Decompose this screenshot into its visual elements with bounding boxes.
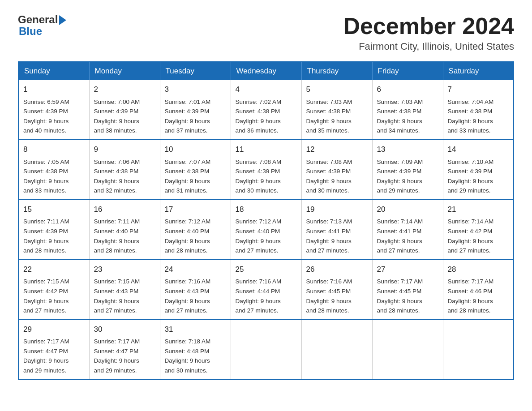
weekday-header-tuesday: Tuesday: [160, 62, 231, 80]
day-number: 1: [23, 84, 85, 95]
day-info: Sunrise: 7:11 AMSunset: 4:40 PMDaylight:…: [94, 218, 140, 254]
calendar-day-cell: 17Sunrise: 7:12 AMSunset: 4:40 PMDayligh…: [160, 200, 231, 260]
day-number: 7: [448, 84, 509, 95]
day-number: 6: [377, 84, 438, 95]
weekday-header-friday: Friday: [372, 62, 443, 80]
day-info: Sunrise: 7:17 AMSunset: 4:47 PMDaylight:…: [94, 338, 140, 374]
calendar-day-cell: 8Sunrise: 7:05 AMSunset: 4:38 PMDaylight…: [18, 140, 89, 200]
location-subtitle: Fairmont City, Illinois, United States: [343, 41, 514, 52]
calendar-day-cell: [443, 320, 514, 380]
logo-arrow-icon: [59, 15, 66, 25]
day-number: 24: [165, 264, 226, 275]
calendar-day-cell: 11Sunrise: 7:08 AMSunset: 4:39 PMDayligh…: [231, 140, 301, 200]
day-info: Sunrise: 7:08 AMSunset: 4:39 PMDaylight:…: [306, 158, 352, 194]
calendar-day-cell: 13Sunrise: 7:09 AMSunset: 4:39 PMDayligh…: [372, 140, 443, 200]
day-info: Sunrise: 7:07 AMSunset: 4:38 PMDaylight:…: [165, 158, 211, 194]
weekday-header-row: SundayMondayTuesdayWednesdayThursdayFrid…: [18, 62, 514, 80]
day-info: Sunrise: 7:05 AMSunset: 4:38 PMDaylight:…: [23, 158, 69, 194]
calendar-day-cell: [372, 320, 443, 380]
day-number: 19: [306, 204, 368, 215]
day-number: 9: [94, 144, 155, 155]
day-number: 18: [236, 204, 297, 215]
day-info: Sunrise: 7:17 AMSunset: 4:46 PMDaylight:…: [448, 278, 494, 314]
calendar-day-cell: 21Sunrise: 7:14 AMSunset: 4:42 PMDayligh…: [443, 200, 514, 260]
day-info: Sunrise: 7:03 AMSunset: 4:38 PMDaylight:…: [377, 98, 423, 134]
day-info: Sunrise: 7:18 AMSunset: 4:48 PMDaylight:…: [165, 338, 211, 374]
day-info: Sunrise: 7:16 AMSunset: 4:45 PMDaylight:…: [306, 278, 352, 314]
calendar-day-cell: 24Sunrise: 7:16 AMSunset: 4:43 PMDayligh…: [160, 260, 231, 320]
calendar-title-area: December 2024 Fairmont City, Illinois, U…: [343, 13, 514, 52]
calendar-day-cell: 20Sunrise: 7:14 AMSunset: 4:41 PMDayligh…: [372, 200, 443, 260]
day-info: Sunrise: 7:14 AMSunset: 4:42 PMDaylight:…: [448, 218, 494, 254]
calendar-day-cell: 30Sunrise: 7:17 AMSunset: 4:47 PMDayligh…: [89, 320, 160, 380]
day-number: 22: [23, 264, 85, 275]
day-number: 31: [165, 324, 226, 335]
day-info: Sunrise: 7:09 AMSunset: 4:39 PMDaylight:…: [377, 158, 423, 194]
day-info: Sunrise: 7:15 AMSunset: 4:42 PMDaylight:…: [23, 278, 69, 314]
weekday-header-sunday: Sunday: [18, 62, 89, 80]
calendar-day-cell: 25Sunrise: 7:16 AMSunset: 4:44 PMDayligh…: [231, 260, 301, 320]
day-number: 3: [165, 84, 226, 95]
calendar-day-cell: 28Sunrise: 7:17 AMSunset: 4:46 PMDayligh…: [443, 260, 514, 320]
day-info: Sunrise: 7:06 AMSunset: 4:38 PMDaylight:…: [94, 158, 140, 194]
day-info: Sunrise: 7:17 AMSunset: 4:45 PMDaylight:…: [377, 278, 423, 314]
day-number: 8: [23, 144, 85, 155]
day-info: Sunrise: 7:08 AMSunset: 4:39 PMDaylight:…: [236, 158, 282, 194]
calendar-day-cell: 27Sunrise: 7:17 AMSunset: 4:45 PMDayligh…: [372, 260, 443, 320]
weekday-header-saturday: Saturday: [443, 62, 514, 80]
day-info: Sunrise: 7:16 AMSunset: 4:44 PMDaylight:…: [236, 278, 282, 314]
calendar-week-row: 8Sunrise: 7:05 AMSunset: 4:38 PMDaylight…: [18, 140, 514, 200]
calendar-day-cell: 26Sunrise: 7:16 AMSunset: 4:45 PMDayligh…: [301, 260, 372, 320]
calendar-day-cell: 7Sunrise: 7:04 AMSunset: 4:38 PMDaylight…: [443, 80, 514, 140]
calendar-day-cell: [301, 320, 372, 380]
calendar-day-cell: 31Sunrise: 7:18 AMSunset: 4:48 PMDayligh…: [160, 320, 231, 380]
calendar-table: SundayMondayTuesdayWednesdayThursdayFrid…: [18, 61, 514, 380]
day-number: 2: [94, 84, 155, 95]
day-info: Sunrise: 6:59 AMSunset: 4:39 PMDaylight:…: [23, 98, 69, 134]
calendar-day-cell: 16Sunrise: 7:11 AMSunset: 4:40 PMDayligh…: [89, 200, 160, 260]
weekday-header-monday: Monday: [89, 62, 160, 80]
day-number: 4: [236, 84, 297, 95]
calendar-day-cell: 6Sunrise: 7:03 AMSunset: 4:38 PMDaylight…: [372, 80, 443, 140]
page-header: General Blue December 2024 Fairmont City…: [18, 13, 514, 52]
day-info: Sunrise: 7:16 AMSunset: 4:43 PMDaylight:…: [165, 278, 211, 314]
day-number: 17: [165, 204, 226, 215]
day-number: 30: [94, 324, 155, 335]
calendar-day-cell: 29Sunrise: 7:17 AMSunset: 4:47 PMDayligh…: [18, 320, 89, 380]
calendar-week-row: 22Sunrise: 7:15 AMSunset: 4:42 PMDayligh…: [18, 260, 514, 320]
day-number: 5: [306, 84, 368, 95]
day-info: Sunrise: 7:14 AMSunset: 4:41 PMDaylight:…: [377, 218, 423, 254]
day-number: 20: [377, 204, 438, 215]
month-title: December 2024: [343, 13, 514, 39]
day-info: Sunrise: 7:12 AMSunset: 4:40 PMDaylight:…: [236, 218, 282, 254]
calendar-day-cell: 10Sunrise: 7:07 AMSunset: 4:38 PMDayligh…: [160, 140, 231, 200]
day-number: 28: [448, 264, 509, 275]
calendar-day-cell: 9Sunrise: 7:06 AMSunset: 4:38 PMDaylight…: [89, 140, 160, 200]
calendar-week-row: 15Sunrise: 7:11 AMSunset: 4:39 PMDayligh…: [18, 200, 514, 260]
day-info: Sunrise: 7:15 AMSunset: 4:43 PMDaylight:…: [94, 278, 140, 314]
day-info: Sunrise: 7:00 AMSunset: 4:39 PMDaylight:…: [94, 98, 140, 134]
calendar-day-cell: 4Sunrise: 7:02 AMSunset: 4:38 PMDaylight…: [231, 80, 301, 140]
day-number: 14: [448, 144, 509, 155]
day-number: 29: [23, 324, 85, 335]
day-info: Sunrise: 7:11 AMSunset: 4:39 PMDaylight:…: [23, 218, 69, 254]
calendar-day-cell: 15Sunrise: 7:11 AMSunset: 4:39 PMDayligh…: [18, 200, 89, 260]
day-number: 12: [306, 144, 368, 155]
day-number: 25: [236, 264, 297, 275]
calendar-day-cell: [231, 320, 301, 380]
calendar-week-row: 29Sunrise: 7:17 AMSunset: 4:47 PMDayligh…: [18, 320, 514, 380]
day-info: Sunrise: 7:12 AMSunset: 4:40 PMDaylight:…: [165, 218, 211, 254]
day-number: 27: [377, 264, 438, 275]
calendar-day-cell: 23Sunrise: 7:15 AMSunset: 4:43 PMDayligh…: [89, 260, 160, 320]
weekday-header-thursday: Thursday: [301, 62, 372, 80]
calendar-day-cell: 3Sunrise: 7:01 AMSunset: 4:39 PMDaylight…: [160, 80, 231, 140]
day-number: 16: [94, 204, 155, 215]
weekday-header-wednesday: Wednesday: [231, 62, 301, 80]
day-number: 11: [236, 144, 297, 155]
day-info: Sunrise: 7:03 AMSunset: 4:38 PMDaylight:…: [306, 98, 352, 134]
calendar-day-cell: 5Sunrise: 7:03 AMSunset: 4:38 PMDaylight…: [301, 80, 372, 140]
calendar-day-cell: 19Sunrise: 7:13 AMSunset: 4:41 PMDayligh…: [301, 200, 372, 260]
day-info: Sunrise: 7:13 AMSunset: 4:41 PMDaylight:…: [306, 218, 352, 254]
day-info: Sunrise: 7:02 AMSunset: 4:38 PMDaylight:…: [236, 98, 282, 134]
logo-general-text: General: [18, 13, 58, 26]
